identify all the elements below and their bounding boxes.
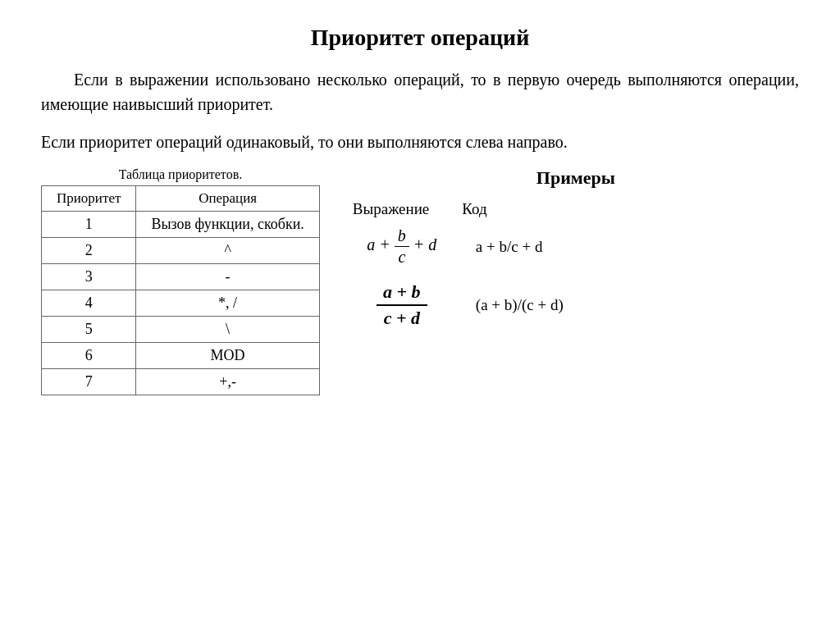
table-header-row: Приоритет Операция	[42, 186, 320, 212]
table-row: 1Вызов функции, скобки.	[42, 212, 320, 238]
col-header-operation: Операция	[136, 186, 319, 212]
table-row: 3-	[42, 264, 320, 290]
example-row-2: a + b c + d (a + b)/(c + d)	[353, 281, 799, 329]
expression-2: a + b c + d	[353, 281, 451, 329]
table-cell-operation: MOD	[136, 343, 319, 369]
code-2: (a + b)/(c + d)	[476, 296, 564, 314]
col-header-priority: Приоритет	[42, 186, 136, 212]
table-cell-priority: 1	[42, 212, 136, 238]
table-cell-priority: 3	[42, 264, 136, 290]
paragraph-1: Если в выражении использовано несколько …	[41, 67, 799, 116]
table-caption: Таблица приоритетов.	[41, 167, 320, 182]
examples-title: Примеры	[353, 167, 799, 189]
table-cell-operation: ^	[136, 238, 319, 264]
table-cell-operation: \	[136, 317, 319, 343]
code-1: a + b/c + d	[476, 238, 543, 256]
table-cell-priority: 4	[42, 290, 136, 317]
big-fraction-denominator: c + d	[377, 306, 427, 329]
big-fraction-numerator: a + b	[377, 281, 427, 306]
table-section: Таблица приоритетов. Приоритет Операция …	[41, 167, 320, 395]
table-row: 7+,-	[42, 369, 320, 395]
fraction-bc: b c	[395, 226, 409, 267]
page-title: Приоритет операций	[41, 25, 799, 51]
examples-col-code: Код	[462, 200, 486, 218]
paragraph-2: Если приоритет операций одинаковый, то о…	[41, 130, 799, 154]
table-cell-operation: -	[136, 264, 319, 290]
table-cell-priority: 7	[42, 369, 136, 395]
priority-table: Приоритет Операция 1Вызов функции, скобк…	[41, 185, 320, 395]
table-cell-operation: Вызов функции, скобки.	[136, 212, 319, 238]
fraction-denominator: c	[395, 247, 409, 267]
table-cell-priority: 2	[42, 238, 136, 264]
examples-col-expression: Выражение	[353, 200, 429, 218]
examples-section: Примеры Выражение Код a + b c + d a + b/…	[345, 167, 799, 395]
example-row-1: a + b c + d a + b/c + d	[353, 226, 799, 267]
table-row: 6MOD	[42, 343, 320, 369]
table-row: 2^	[42, 238, 320, 264]
table-cell-priority: 5	[42, 317, 136, 343]
fraction-numerator: b	[395, 226, 409, 247]
table-row: 4*, /	[42, 290, 320, 317]
table-cell-operation: *, /	[136, 290, 319, 317]
table-cell-operation: +,-	[136, 369, 319, 395]
table-row: 5\	[42, 317, 320, 343]
table-cell-priority: 6	[42, 343, 136, 369]
content-area: Таблица приоритетов. Приоритет Операция …	[41, 167, 799, 395]
expression-1: a + b c + d	[353, 226, 451, 267]
big-fraction: a + b c + d	[377, 281, 427, 329]
examples-header: Выражение Код	[353, 200, 799, 218]
